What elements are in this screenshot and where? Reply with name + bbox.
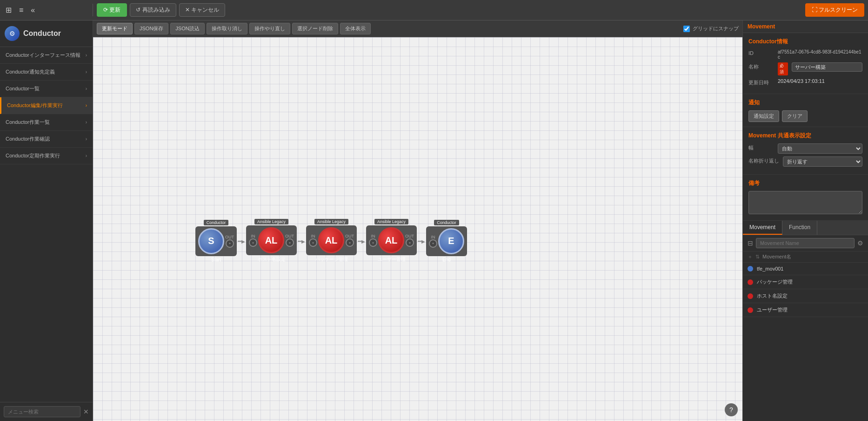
flow-container: Conductor S OUT ＋ Start ▶ <box>195 219 467 264</box>
start-node-name: Start <box>202 256 230 263</box>
start-circle[interactable]: S <box>198 228 224 254</box>
second-toolbar: 更新モード JSON保存 JSON読込 操作取り消し 操作やり直し 選択ノード削… <box>93 20 742 37</box>
movement-item-2[interactable]: ホスト名設定 <box>743 289 868 303</box>
collapse-icon-btn[interactable]: « <box>29 4 37 16</box>
host-out-port[interactable]: ＋ <box>286 238 294 247</box>
host-circle[interactable]: AL <box>258 227 284 253</box>
node-user[interactable]: Ansible Legacy IN ＋ AL OUT ＋ <box>366 219 417 264</box>
package-out-port[interactable]: ＋ <box>346 238 354 247</box>
name-wrap-label: 名称折り返し <box>748 156 779 164</box>
connector-2: ▶ <box>298 239 305 244</box>
name-field-row: 名称 必須 <box>748 62 862 75</box>
name-input[interactable] <box>792 62 862 72</box>
grid-icon-btn[interactable]: ⊞ <box>4 4 13 16</box>
sidebar-item-scheduled-label: Conductor定期作業実行 <box>6 152 60 159</box>
sidebar-item-edit[interactable]: Conductor編集/作業実行 › <box>0 97 93 114</box>
redo-button[interactable]: 操作やり直し <box>249 23 290 34</box>
movement-item-3[interactable]: ユーザー管理 <box>743 303 868 317</box>
required-badge: 必須 <box>778 62 788 75</box>
movement-name-0: tfe_mov001 <box>757 266 783 272</box>
user-out-port[interactable]: ＋ <box>406 238 414 247</box>
add-icon: ＋ <box>748 253 753 260</box>
cancel-button[interactable]: ✕ キャンセル <box>179 3 225 17</box>
sidebar-bottom: ✕ <box>0 402 93 421</box>
search-clear-button[interactable]: ✕ <box>83 408 89 415</box>
menu-search-input[interactable] <box>4 406 80 417</box>
user-circle[interactable]: AL <box>378 227 404 253</box>
node-host-inner: IN ＋ AL OUT ＋ <box>246 225 297 255</box>
sidebar-logo: ⚙ <box>5 26 20 41</box>
start-out-port[interactable]: ＋ <box>226 239 234 248</box>
movement-item-0[interactable]: tfe_mov001 <box>743 263 868 275</box>
movement-name-3: ユーザー管理 <box>757 306 788 313</box>
sidebar-item-edit-label: Conductor編集/作業実行 <box>7 102 63 109</box>
help-button[interactable]: ? <box>725 403 738 416</box>
update-mode-button[interactable]: 更新モード <box>97 23 133 34</box>
sidebar-title: Conductor <box>23 29 61 38</box>
conductor-tab-label[interactable]: Movement <box>743 20 868 33</box>
node-host-type-label: Ansible Legacy <box>254 219 288 224</box>
sidebar-header: ⚙ Conductor <box>0 20 93 47</box>
user-node-name: ユーザー管理 <box>375 255 408 264</box>
sidebar-item-interface[interactable]: Conductorインターフェース情報 › <box>0 47 93 64</box>
function-tab[interactable]: Function <box>782 221 817 235</box>
movement-settings-section: Movement 共通表示設定 幅 自動 固定 名称折り返し 折り返す 折り返さ… <box>743 127 868 175</box>
package-in-port[interactable]: ＋ <box>309 238 317 247</box>
fullscreen-button[interactable]: ⛶ フルスクリーン <box>805 3 864 17</box>
main-layout: ⚙ Conductor Conductorインターフェース情報 › Conduc… <box>0 20 868 421</box>
package-circle[interactable]: AL <box>318 227 344 253</box>
node-start[interactable]: Conductor S OUT ＋ Start <box>195 220 237 263</box>
notification-section: 通知 通知設定 クリア <box>743 94 868 127</box>
movement-list-header: ＋ ⇅ Movement名 <box>743 251 868 263</box>
movement-tab[interactable]: Movement <box>743 221 782 235</box>
delete-node-button[interactable]: 選択ノード削除 <box>292 23 338 34</box>
sidebar-item-scheduled[interactable]: Conductor定期作業実行 › <box>0 148 93 164</box>
update-button[interactable]: ⟳ 更新 <box>97 3 127 17</box>
sidebar-nav: Conductorインターフェース情報 › Conductor通知先定義 › C… <box>0 47 93 402</box>
movement-gear-button[interactable]: ⚙ <box>857 239 863 247</box>
conductor-info-section: Conductor情報 ID af7551a7-0676-4cd8-983f-d… <box>743 33 868 94</box>
note-textarea[interactable] <box>748 191 862 214</box>
width-label: 幅 <box>748 143 774 151</box>
movement-item-1[interactable]: パッケージ管理 <box>743 275 868 289</box>
clear-button[interactable]: クリア <box>782 110 808 122</box>
list-icon-btn[interactable]: ≡ <box>17 4 25 16</box>
note-title: 備考 <box>748 179 862 187</box>
sidebar-item-work-confirm-label: Conductor作業確認 <box>6 136 50 143</box>
sidebar: ⚙ Conductor Conductorインターフェース情報 › Conduc… <box>0 20 93 421</box>
sidebar-item-list[interactable]: Conductor一覧 › <box>0 81 93 97</box>
width-select[interactable]: 自動 固定 <box>778 143 862 154</box>
arrow-icon-5: › <box>86 136 87 142</box>
node2-wrapper: Ansible Legacy IN ＋ AL OUT ＋ <box>306 219 357 264</box>
name-wrap-select[interactable]: 折り返す 折り返さない <box>783 156 862 167</box>
sidebar-item-notification[interactable]: Conductor通知先定義 › <box>0 64 93 81</box>
undo-button[interactable]: 操作取り消し <box>207 23 247 34</box>
sidebar-item-work-list[interactable]: Conductor作業一覧 › <box>0 114 93 131</box>
end-node-name: End <box>433 256 461 263</box>
host-in-port[interactable]: ＋ <box>249 238 257 247</box>
node-host[interactable]: Ansible Legacy IN ＋ AL OUT ＋ <box>246 219 297 264</box>
node-package[interactable]: Ansible Legacy IN ＋ AL OUT ＋ <box>306 219 357 264</box>
show-all-button[interactable]: 全体表示 <box>340 23 371 34</box>
movement-name-2: ホスト名設定 <box>757 292 788 299</box>
end-in-port[interactable]: ＋ <box>429 239 437 248</box>
json-load-button[interactable]: JSON読込 <box>170 23 204 34</box>
movement-search-input[interactable] <box>756 238 855 248</box>
grid-snap-area: グリッドにスナップ <box>683 25 739 32</box>
reload-button[interactable]: ↺ 再読み込み <box>130 3 176 17</box>
updated-field-row: 更新日時 2024/04/23 17:03:11 <box>748 78 862 86</box>
user-in-port[interactable]: ＋ <box>369 238 377 247</box>
node-package-type-label: Ansible Legacy <box>314 219 348 224</box>
id-field-row: ID af7551a7-0676-4cd8-983f-d1942144be1c <box>748 49 862 60</box>
notification-btn-row: 通知設定 クリア <box>748 110 862 122</box>
end-circle[interactable]: E <box>438 228 464 254</box>
movement-dot-2 <box>748 293 753 299</box>
node-end[interactable]: Conductor IN ＋ E End <box>426 220 467 263</box>
top-bar-right: ⛶ フルスクリーン <box>801 3 868 17</box>
canvas-area[interactable]: Conductor S OUT ＋ Start ▶ <box>93 37 742 421</box>
notify-setting-button[interactable]: 通知設定 <box>748 110 779 122</box>
grid-snap-checkbox[interactable] <box>683 26 690 32</box>
sidebar-item-work-confirm[interactable]: Conductor作業確認 › <box>0 131 93 148</box>
json-save-button[interactable]: JSON保存 <box>134 23 168 34</box>
movement-list: tfe_mov001 パッケージ管理 ホスト名設定 ユーザー管理 <box>743 263 868 317</box>
